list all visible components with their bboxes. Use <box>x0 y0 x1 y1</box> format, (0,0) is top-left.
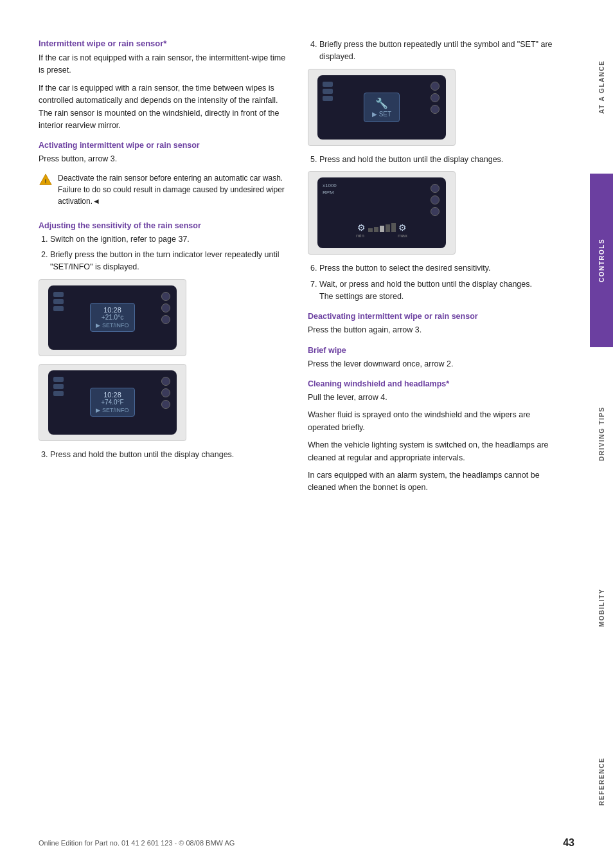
page-number: 43 <box>563 837 574 849</box>
activating-text: Press button, arrow 3. <box>39 153 289 165</box>
instrument-controls-3 <box>431 82 440 114</box>
step-1: Switch on the ignition, refer to page 37… <box>50 233 289 246</box>
step-7: Wait, or press and hold the button until… <box>319 278 558 303</box>
left-controls-3 <box>323 82 333 103</box>
instrument-inner-3: 🔧 ▶ SET <box>317 75 446 140</box>
steps-right: Briefly press the button repeatedly unti… <box>308 39 558 64</box>
page-footer: Online Edition for Part no. 01 41 2 601 … <box>0 837 613 849</box>
step-4: Briefly press the button repeatedly unti… <box>319 39 558 64</box>
warning-icon: ! <box>39 173 53 187</box>
steps-list: Switch on the ignition, refer to page 37… <box>39 233 289 274</box>
sidebar-tab-driving[interactable]: DRIVING TIPS <box>590 347 613 521</box>
right-column: Briefly press the button repeatedly unti… <box>308 39 558 842</box>
instrument-inner-1: 10:28 +21.0°c ▶ SET/INFO <box>48 285 177 350</box>
cleaning-text2: Washer fluid is sprayed onto the windshi… <box>308 409 558 434</box>
wiper-symbol: 🔧 <box>375 98 388 109</box>
step-6: Press the button to select the desired s… <box>319 262 558 275</box>
intro-p1: If the car is not equipped with a rain s… <box>39 52 289 77</box>
sidebar-tab-controls[interactable]: CONTROLS <box>590 174 613 347</box>
bar-5 <box>391 223 396 232</box>
sensitivity-bars <box>368 223 396 232</box>
instrument-inner-4: x1000 RPM ⚙ <box>317 177 446 248</box>
step7-sub: The settings are stored. <box>319 292 404 301</box>
wiper-sym-left: ⚙ <box>357 222 366 233</box>
bar-3 <box>380 226 384 232</box>
deactivating-title: Deactivating intermittent wipe or rain s… <box>308 312 558 321</box>
set-display-area: 🔧 ▶ SET <box>364 93 400 122</box>
display-label-2: ▶ SET/INFO <box>96 407 129 413</box>
cleaning-title: Cleaning windshield and headlamps* <box>308 379 558 388</box>
rpm-display: x1000 RPM <box>323 183 337 196</box>
step-3: Press and hold the button until the disp… <box>50 449 289 461</box>
instrument-image-3: 🔧 ▶ SET <box>308 69 456 146</box>
instrument-image-2: 10:28 +74.0°F ▶ SET/INFO <box>39 364 186 441</box>
instrument-image-1: 10:28 +21.0°c ▶ SET/INFO <box>39 279 186 356</box>
brief-wipe-title: Brief wipe <box>308 346 558 355</box>
intro-p2: If the car is equipped with a rain senso… <box>39 82 289 132</box>
display-time-2: 10:28 <box>96 391 129 399</box>
activating-title: Activating intermittent wipe or rain sen… <box>39 141 289 150</box>
cleaning-text1: Pull the lever, arrow 4. <box>308 392 558 404</box>
sidebar-tab-at-glance[interactable]: AT A GLANCE <box>590 0 613 174</box>
bar-1 <box>368 228 373 232</box>
step3-list: Press and hold the button until the disp… <box>39 449 289 461</box>
step-5: Press and hold the button until the disp… <box>319 154 558 166</box>
set-symbol-box: 🔧 ▶ SET <box>364 93 400 122</box>
left-column: Intermittent wipe or rain sensor* If the… <box>39 39 289 842</box>
display-screen-1: 10:28 +21.0°c ▶ SET/INFO <box>90 303 134 332</box>
deactivating-text: Press the button again, arrow 3. <box>308 324 558 336</box>
display-screen-2: 10:28 +74.0°F ▶ SET/INFO <box>90 388 134 417</box>
wiper-icons: ⚙ ⚙ <box>357 222 407 233</box>
step-2: Briefly press the button in the turn ind… <box>50 249 289 274</box>
instrument-inner-2: 10:28 +74.0°F ▶ SET/INFO <box>48 370 177 435</box>
svg-text:!: ! <box>44 177 46 184</box>
instrument-controls-2 <box>161 377 170 409</box>
instrument-controls-4 <box>431 184 440 216</box>
display-label-1: ▶ SET/INFO <box>96 322 129 329</box>
wiper-sym-right: ⚙ <box>398 222 407 233</box>
footer-text: Online Edition for Part no. 01 41 2 601 … <box>39 839 235 847</box>
warning-text: Deactivate the rain sensor before enteri… <box>58 172 289 207</box>
left-controls-2 <box>53 377 64 398</box>
display-time-1: 10:28 <box>96 306 129 314</box>
instrument-controls-1 <box>161 292 170 324</box>
sensitivity-area: ⚙ ⚙ min <box>356 222 407 239</box>
display-temp-2: +74.0°F <box>96 399 129 406</box>
instrument-image-4: x1000 RPM ⚙ <box>308 171 456 255</box>
bar-4 <box>386 224 390 232</box>
right-sidebar: AT A GLANCE CONTROLS DRIVING TIPS MOBILI… <box>590 0 613 868</box>
steps-right-5: Press and hold the button until the disp… <box>308 154 558 166</box>
min-max-label: min max <box>356 233 407 239</box>
bar-2 <box>374 227 378 232</box>
section-title: Intermittent wipe or rain sensor* <box>39 39 289 48</box>
warning-box: ! Deactivate the rain sensor before ente… <box>39 172 289 212</box>
adjusting-title: Adjusting the sensitivity of the rain se… <box>39 221 289 230</box>
left-controls-1 <box>53 292 64 313</box>
set-label: ▶ SET <box>372 111 391 118</box>
cleaning-text4: In cars equipped with an alarm system, t… <box>308 469 558 494</box>
steps-right-6: Press the button to select the desired s… <box>308 262 558 303</box>
cleaning-text3: When the vehicle lighting system is swit… <box>308 439 558 464</box>
sidebar-tab-mobility[interactable]: MOBILITY <box>590 521 613 694</box>
display-temp-1: +21.0°c <box>96 314 129 321</box>
brief-wipe-text: Press the lever downward once, arrow 2. <box>308 358 558 370</box>
